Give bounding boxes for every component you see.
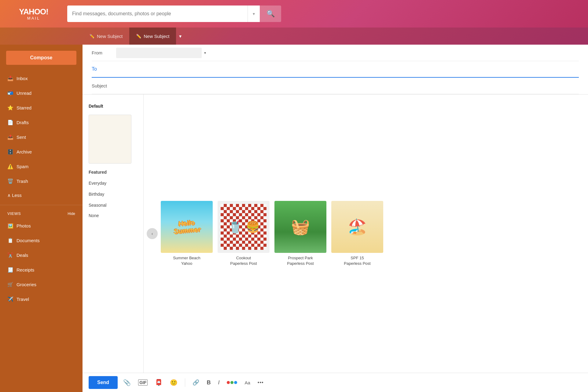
drafts-icon: 📄 xyxy=(7,119,13,125)
tab-dropdown-button[interactable]: ▾ xyxy=(176,28,185,45)
stationery-card-cookout[interactable]: 🥤 🍔 CookoutPaperless Post xyxy=(218,201,270,266)
sidebar-item-groceries[interactable]: 🛒 Groceries xyxy=(0,277,83,292)
summer-beach-label: Summer BeachYahoo xyxy=(173,255,200,266)
starred-icon: ⭐ xyxy=(7,105,13,111)
tab-0[interactable]: ✏️ New Subject xyxy=(83,28,129,45)
header: YAHOO! MAIL ▾ 🔍 xyxy=(0,0,588,28)
compose-button[interactable]: Compose xyxy=(6,51,76,65)
photos-icon: 🖼️ xyxy=(7,223,13,229)
stationery-panel: Default Featured Everyday Birthday Seaso… xyxy=(83,94,588,373)
sidebar-item-label-sent: Sent xyxy=(17,135,26,140)
to-label: To xyxy=(92,66,116,72)
sidebar-item-trash[interactable]: 🗑️ Trash xyxy=(0,174,83,188)
search-input[interactable] xyxy=(67,6,248,22)
sidebar-item-label-travel: Travel xyxy=(17,297,29,302)
gif-icon: GIF xyxy=(138,379,148,386)
stationery-category-seasonal[interactable]: Seasonal xyxy=(83,200,143,211)
emoji-button[interactable]: 🙂 xyxy=(168,378,179,387)
link-button[interactable]: 🔗 xyxy=(191,378,201,387)
more-options-button[interactable]: ••• xyxy=(256,379,266,386)
to-input[interactable] xyxy=(116,64,579,74)
cookout-image: 🥤 🍔 xyxy=(218,201,270,253)
tab-label-1: New Subject xyxy=(144,34,169,39)
more-options-icon: ••• xyxy=(258,380,264,385)
gif-button[interactable]: GIF xyxy=(136,378,149,387)
subject-input[interactable] xyxy=(116,81,579,91)
color-dot-red xyxy=(227,381,230,384)
from-chevron-icon: ▾ xyxy=(204,51,206,55)
sidebar-item-travel[interactable]: ✈️ Travel xyxy=(0,292,83,306)
tab-bar: ✏️ New Subject ✏️ New Subject ▾ xyxy=(0,28,588,45)
bold-button[interactable]: B xyxy=(205,378,212,387)
yahoo-logo: YAHOO! MAIL xyxy=(6,8,61,20)
search-bar: ▾ 🔍 xyxy=(67,6,281,22)
sidebar-item-receipts[interactable]: 🧾 Receipts xyxy=(0,262,83,277)
stationery-categories: Default Featured Everyday Birthday Seaso… xyxy=(83,94,144,373)
summer-beach-text: HelloSummer xyxy=(173,218,201,235)
sidebar-item-label-drafts: Drafts xyxy=(17,120,29,125)
color-dots xyxy=(227,381,237,384)
stationery-category-birthday[interactable]: Birthday xyxy=(83,189,143,200)
color-dot-blue xyxy=(234,381,237,384)
summer-beach-image: HelloSummer xyxy=(161,201,213,253)
views-label: Views xyxy=(7,211,21,216)
stationery-card-summer[interactable]: HelloSummer Summer BeachYahoo xyxy=(161,201,213,266)
prospect-label: Prospect ParkPaperless Post xyxy=(287,255,314,266)
search-dropdown-button[interactable]: ▾ xyxy=(248,6,260,22)
search-icon: 🔍 xyxy=(266,10,275,18)
less-label: ∧ Less xyxy=(7,193,22,198)
tab-label-0: New Subject xyxy=(97,34,123,39)
hide-views-button[interactable]: Hide xyxy=(68,212,75,216)
subject-label: Subject xyxy=(92,83,116,88)
sidebar-item-spam[interactable]: ⚠️ Spam xyxy=(0,159,83,174)
search-submit-button[interactable]: 🔍 xyxy=(260,6,281,22)
stationery-card-prospect[interactable]: 🧺 Prospect ParkPaperless Post xyxy=(274,201,326,266)
sidebar-item-drafts[interactable]: 📄 Drafts xyxy=(0,115,83,130)
send-button[interactable]: Send xyxy=(89,376,118,389)
soda-icon: 🥤 xyxy=(228,220,243,234)
sidebar-item-unread[interactable]: 📬 Unread xyxy=(0,86,83,100)
attachment-button[interactable]: 📎 xyxy=(121,378,133,387)
sidebar-item-inbox[interactable]: 📥 Inbox xyxy=(0,71,83,86)
sidebar-item-documents[interactable]: 📋 Documents xyxy=(0,233,83,248)
sidebar-item-label-inbox: Inbox xyxy=(17,76,28,81)
stationery-card-spf[interactable]: 🏖️ SPF 15Paperless Post xyxy=(331,201,383,266)
sent-icon: 📤 xyxy=(7,134,13,140)
from-dropdown[interactable] xyxy=(116,48,202,58)
picnic-icon: 🧺 xyxy=(291,218,310,236)
stationery-category-everyday[interactable]: Everyday xyxy=(83,178,143,189)
font-size-button[interactable]: Aa xyxy=(243,379,252,386)
sidebar-item-label-archive: Archive xyxy=(17,149,32,154)
color-button[interactable] xyxy=(225,380,239,385)
sidebar-item-photos[interactable]: 🖼️ Photos xyxy=(0,218,83,233)
italic-button[interactable]: I xyxy=(216,378,221,387)
stationery-none-label: None xyxy=(83,211,143,220)
groceries-icon: 🛒 xyxy=(7,281,13,287)
from-label: From xyxy=(92,50,116,55)
stationery-category-default[interactable]: Default xyxy=(83,101,143,112)
logo-sub-text: MAIL xyxy=(6,16,61,20)
sidebar-item-less[interactable]: ∧ Less xyxy=(0,188,83,202)
sidebar-item-starred[interactable]: ⭐ Starred xyxy=(0,100,83,115)
stationery-button[interactable]: 📮 xyxy=(153,378,164,387)
italic-icon: I xyxy=(218,379,219,386)
unread-icon: 📬 xyxy=(7,90,13,96)
views-section-header: Views Hide xyxy=(0,208,83,218)
sidebar-item-label-receipts: Receipts xyxy=(17,267,34,272)
stationery-category-featured[interactable]: Featured xyxy=(83,167,143,178)
tab-pencil-icon-1: ✏️ xyxy=(136,34,141,39)
sidebar-item-sent[interactable]: 📤 Sent xyxy=(0,130,83,144)
sidebar-item-archive[interactable]: 🗄️ Archive xyxy=(0,144,83,159)
deals-icon: ✂️ xyxy=(7,252,13,258)
sidebar-item-label-photos: Photos xyxy=(17,223,31,228)
stationery-preview xyxy=(89,115,131,164)
scroll-left-button[interactable]: ‹ xyxy=(147,228,158,239)
stationery-scroll-area: ‹ HelloSummer Summer BeachYahoo xyxy=(144,94,588,373)
prospect-image: 🧺 xyxy=(274,201,326,253)
sidebar-item-label-starred: Starred xyxy=(17,105,31,110)
sidebar-item-label-documents: Documents xyxy=(17,238,40,243)
sidebar-item-deals[interactable]: ✂️ Deals xyxy=(0,248,83,262)
burger-icon: 🍔 xyxy=(246,220,260,233)
tab-1[interactable]: ✏️ New Subject xyxy=(129,28,176,45)
sidebar-divider xyxy=(0,205,83,205)
